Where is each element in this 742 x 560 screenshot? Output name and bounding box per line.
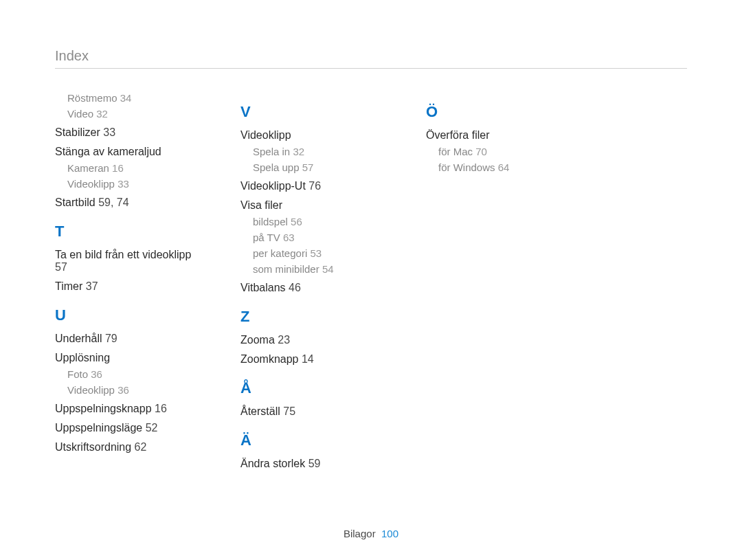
index-entry[interactable]: Videoklipp <box>240 129 385 142</box>
entry-pages: 16 <box>155 403 167 414</box>
index-letter-heading: Z <box>240 308 385 326</box>
index-letter-heading: Ä <box>240 432 385 449</box>
entry-label: Vitbalans <box>240 282 286 293</box>
index-entry[interactable]: Startbild 59, 74 <box>55 197 199 209</box>
index-entry[interactable]: Timer 37 <box>55 280 199 293</box>
entry-pages: 33 <box>103 126 115 138</box>
index-subentry[interactable]: Videoklipp 36 <box>67 384 199 396</box>
index-letter-heading: Ö <box>426 103 570 121</box>
index-entry[interactable]: Stänga av kameraljud <box>55 146 199 158</box>
entry-label: Upplösning <box>55 352 110 363</box>
entry-label: Ändra storlek <box>240 458 305 469</box>
index-entry[interactable]: Visa filer <box>240 199 385 212</box>
page-title: Index <box>55 48 687 69</box>
index-entry[interactable]: Ändra storlek 59 <box>240 458 385 470</box>
index-letter-heading: V <box>240 103 385 121</box>
entry-label: Videoklipp <box>67 178 115 190</box>
entry-pages: 57 <box>55 261 67 273</box>
index-subentry[interactable]: på TV 63 <box>253 232 385 243</box>
index-subentry[interactable]: Spela in 32 <box>253 146 385 157</box>
index-entry[interactable]: Återställ 75 <box>240 405 385 418</box>
entry-pages: 36 <box>91 368 102 380</box>
entry-label: Stabilizer <box>55 126 100 138</box>
index-entry[interactable]: Överföra filer <box>426 129 570 142</box>
index-entry[interactable]: Ta en bild från ett videoklipp 57 <box>55 249 199 273</box>
entry-label: Återställ <box>240 405 280 417</box>
entry-pages: 62 <box>135 441 147 453</box>
entry-pages: 32 <box>96 108 108 120</box>
index-subentry[interactable]: Videoklipp 33 <box>67 178 199 190</box>
entry-label: per kategori <box>253 247 307 259</box>
index-subentry[interactable]: Video 32 <box>67 108 199 120</box>
entry-pages: 34 <box>120 92 132 104</box>
entry-label: Videoklipp <box>240 129 291 141</box>
entry-label: som minibilder <box>253 263 319 275</box>
entry-pages: 37 <box>86 280 98 292</box>
index-entry[interactable]: Uppspelningsknapp 16 <box>55 403 199 415</box>
entry-label: Spela upp <box>253 161 300 173</box>
entry-pages: 52 <box>146 422 158 434</box>
entry-pages: 14 <box>302 353 314 365</box>
index-subentry[interactable]: för Windows 64 <box>438 161 570 173</box>
entry-label: Visa filer <box>240 199 282 211</box>
entry-pages: 54 <box>322 263 334 275</box>
index-letter-heading: U <box>55 306 199 324</box>
entry-pages: 32 <box>293 146 304 157</box>
index-subentry[interactable]: Kameran 16 <box>67 162 199 174</box>
entry-label: Stänga av kameraljud <box>55 146 161 157</box>
index-subentry[interactable]: Spela upp 57 <box>253 161 385 173</box>
index-entry[interactable]: Zoomknapp 14 <box>240 353 385 366</box>
entry-label: Videoklipp <box>67 384 115 396</box>
index-subentry[interactable]: per kategori 53 <box>253 247 385 259</box>
entry-pages: 53 <box>310 247 322 259</box>
index-column: Röstmemo 34Video 32Stabilizer 33Stänga a… <box>55 89 199 474</box>
entry-pages: 59 <box>308 458 321 469</box>
entry-label: Kameran <box>67 162 109 174</box>
footer-section: Bilagor <box>344 528 376 539</box>
entry-label: Röstmemo <box>67 92 117 104</box>
entry-pages: 75 <box>283 405 295 417</box>
entry-pages: 46 <box>289 282 301 293</box>
entry-label: Underhåll <box>55 333 102 344</box>
entry-label: Zooma <box>240 334 275 346</box>
entry-label: Överföra filer <box>426 129 489 141</box>
entry-pages: 70 <box>475 146 487 157</box>
entry-label: Foto <box>67 368 88 380</box>
page-footer: Bilagor 100 <box>0 528 742 539</box>
index-letter-heading: T <box>55 223 199 240</box>
index-entry[interactable]: Stabilizer 33 <box>55 126 199 139</box>
entry-pages: 33 <box>117 178 129 190</box>
index-entry[interactable]: Underhåll 79 <box>55 333 199 345</box>
entry-label: Utskriftsordning <box>55 441 131 453</box>
index-subentry[interactable]: Foto 36 <box>67 368 199 380</box>
entry-label: Uppspelningsknapp <box>55 403 152 414</box>
index-subentry[interactable]: som minibilder 54 <box>253 263 385 275</box>
index-column: VVideoklippSpela in 32Spela upp 57Videok… <box>240 89 385 474</box>
index-entry[interactable]: Upplösning <box>55 352 199 364</box>
entry-pages: 56 <box>291 216 302 227</box>
entry-label: Timer <box>55 280 82 292</box>
entry-label: Video <box>67 108 93 120</box>
footer-page-number: 100 <box>381 528 398 539</box>
index-entry[interactable]: Zooma 23 <box>240 334 385 346</box>
index-entry[interactable]: Uppspelningsläge 52 <box>55 422 199 434</box>
index-entry[interactable]: Videoklipp-Ut 76 <box>240 180 385 192</box>
entry-label: Uppspelningsläge <box>55 422 142 434</box>
entry-label: på TV <box>253 232 280 243</box>
entry-pages: 64 <box>498 161 510 173</box>
entry-label: Zoomknapp <box>240 353 299 365</box>
entry-pages: 57 <box>302 161 314 173</box>
entry-label: Spela in <box>253 146 290 157</box>
index-column: ÖÖverföra filerför Mac 70för Windows 64 <box>426 89 570 474</box>
index-subentry[interactable]: för Mac 70 <box>438 146 570 157</box>
index-entry[interactable]: Vitbalans 46 <box>240 282 385 294</box>
entry-pages: 79 <box>105 333 117 344</box>
entry-pages: 63 <box>283 232 295 243</box>
index-entry[interactable]: Utskriftsordning 62 <box>55 441 199 453</box>
entry-pages: 59, 74 <box>98 197 128 208</box>
index-columns: Röstmemo 34Video 32Stabilizer 33Stänga a… <box>55 89 687 474</box>
entry-pages: 76 <box>308 180 321 192</box>
index-subentry[interactable]: bildspel 56 <box>253 216 385 227</box>
entry-pages: 16 <box>112 162 124 174</box>
index-subentry[interactable]: Röstmemo 34 <box>67 92 199 104</box>
